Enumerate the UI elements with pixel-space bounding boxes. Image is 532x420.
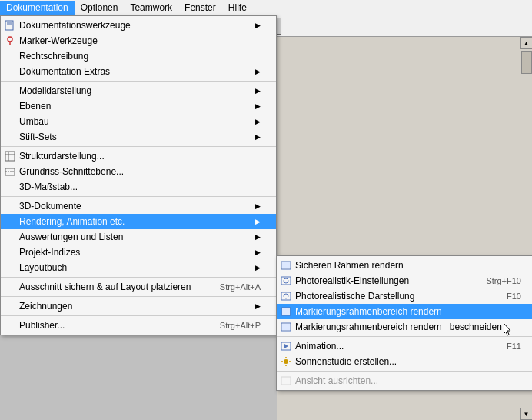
sun-icon: [280, 355, 292, 368]
anim-icon: [280, 340, 292, 352]
primary-separator-13: [1, 196, 276, 197]
menu-item-label: Modelldarstellung: [19, 85, 91, 96]
menu-item-shortcut: Strg+F10: [470, 276, 521, 285]
secondary-menu-item-3[interactable]: Markierungsrahmenbereich rendern: [277, 304, 532, 319]
menu-teamwork[interactable]: Teamwork: [124, 1, 178, 15]
menu-item-shortcut: F10: [491, 292, 521, 301]
menu-item-shortcut: Strg+Alt+P: [204, 321, 261, 330]
svg-rect-5: [5, 152, 15, 161]
primary-menu-item-8[interactable]: Stift-Sets▶: [1, 129, 276, 145]
grid-icon: [4, 150, 16, 162]
primary-menu-item-5[interactable]: Modelldarstellung▶: [1, 83, 276, 98]
menu-item-label: Rendering, Animation etc.: [19, 216, 125, 227]
svg-rect-11: [282, 262, 290, 268]
submenu-arrow-icon: ▶: [248, 133, 261, 141]
submenu-arrow-icon: ▶: [248, 102, 261, 110]
menu-item-label: Projekt-Indizes: [19, 247, 80, 258]
svg-rect-19: [282, 324, 290, 330]
primary-menu-item-18[interactable]: Layoutbuch▶: [1, 260, 276, 275]
menu-optionen[interactable]: Optionen: [75, 1, 125, 15]
primary-separator-19: [1, 277, 276, 278]
menu-item-label: Umbau: [19, 116, 49, 127]
doc-icon: [4, 19, 16, 32]
menu-item-label: Dokumentation Extras: [19, 66, 110, 77]
primary-menu-item-24[interactable]: Publisher...Strg+Alt+P: [1, 318, 276, 333]
primary-separator-21: [1, 296, 276, 297]
scroll-thumb[interactable]: [521, 51, 532, 74]
primary-menu-item-0[interactable]: Dokumentationswerkzeuge▶: [1, 18, 276, 33]
primary-menu-item-11[interactable]: Grundriss-Schnittebene...: [1, 164, 276, 179]
menu-hilfe[interactable]: Hilfe: [222, 1, 253, 15]
primary-separator-4: [1, 81, 276, 82]
secondary-dropdown: Sicheren Rahmen rendernPhotorealistik-Ei…: [276, 255, 532, 391]
secondary-menu-item-4[interactable]: Markierungsrahmenbereich rendern _beschn…: [277, 319, 532, 335]
submenu-arrow-icon: ▶: [248, 202, 261, 210]
menu-bar: Dokumentation Optionen Teamwork Fenster …: [0, 0, 532, 15]
menu-item-label: Photorealistik-Einstellungen: [295, 275, 409, 286]
submenu-arrow-icon: ▶: [248, 248, 261, 256]
menu-item-label: Marker-Werkzeuge: [19, 35, 98, 46]
primary-separator-9: [1, 146, 276, 147]
svg-point-13: [284, 278, 288, 283]
primary-menu-item-1[interactable]: Marker-Werkzeuge: [1, 33, 276, 48]
scroll-down[interactable]: ▼: [520, 408, 533, 420]
menu-fenster[interactable]: Fenster: [178, 1, 222, 15]
primary-menu-item-22[interactable]: Zeichnungen▶: [1, 298, 276, 314]
secondary-menu-item-2[interactable]: Photorealistische DarstellungF10: [277, 288, 532, 304]
disabled-icon: [280, 375, 292, 387]
primary-dropdown: Dokumentationswerkzeuge▶Marker-Werkzeuge…: [0, 15, 277, 335]
secondary-menu-item-1[interactable]: Photorealistik-EinstellungenStrg+F10: [277, 273, 532, 288]
submenu-arrow-icon: ▶: [248, 264, 261, 272]
menu-item-label: Markierungsrahmenbereich rendern: [295, 306, 442, 317]
primary-menu-item-3[interactable]: Dokumentation Extras▶: [1, 64, 276, 79]
primary-menu-item-14[interactable]: 3D-Dokumente▶: [1, 198, 276, 214]
submenu-arrow-icon: ▶: [248, 87, 261, 95]
primary-menu-item-6[interactable]: Ebenen▶: [1, 98, 276, 114]
svg-rect-0: [5, 21, 13, 30]
menu-item-label: Animation...: [295, 341, 344, 352]
menu-item-label: Sicheren Rahmen rendern: [295, 260, 404, 271]
svg-rect-27: [281, 377, 291, 385]
menu-item-label: Auswertungen und Listen: [19, 232, 123, 242]
primary-menu-item-20[interactable]: Ausschnitt sichern & auf Layout platzier…: [1, 279, 276, 295]
menu-item-label: Stift-Sets: [19, 132, 57, 142]
submenu-arrow-icon: ▶: [248, 22, 261, 29]
menu-dokumentation[interactable]: Dokumentation: [0, 1, 75, 15]
menu-item-label: Dokumentationswerkzeuge: [19, 20, 131, 31]
photo-icon: [280, 290, 292, 302]
primary-menu-item-10[interactable]: Strukturdarstellung...: [1, 148, 276, 164]
menu-item-label: Rechtschreibung: [19, 51, 88, 62]
secondary-menu-item-0[interactable]: Sicheren Rahmen rendern: [277, 258, 532, 273]
primary-menu-item-2[interactable]: Rechtschreibung: [1, 48, 276, 64]
secondary-menu-item-7[interactable]: Sonnenstudie erstellen...: [277, 354, 532, 369]
render-icon: [280, 305, 292, 318]
menu-item-label: Ansicht ausrichten...: [295, 375, 378, 386]
svg-point-15: [284, 294, 288, 298]
marker-icon: [4, 35, 16, 47]
submenu-arrow-icon: ▶: [248, 302, 261, 310]
menu-item-shortcut: F11: [491, 342, 521, 351]
menu-item-label: Grundriss-Schnittebene...: [19, 166, 124, 177]
menu-item-label: 3D-Maßstab...: [19, 182, 78, 192]
secondary-menu-item-6[interactable]: Animation...F11: [277, 338, 532, 354]
primary-menu-item-16[interactable]: Auswertungen und Listen▶: [1, 229, 276, 245]
primary-menu-item-17[interactable]: Projekt-Indizes▶: [1, 245, 276, 260]
render-icon: [280, 321, 292, 333]
menu-item-shortcut: Strg+Alt+A: [204, 282, 261, 292]
grid2-icon: [4, 165, 16, 178]
submenu-arrow-icon: ▶: [248, 218, 261, 225]
primary-menu-item-7[interactable]: Umbau▶: [1, 114, 276, 129]
scroll-up[interactable]: ▲: [520, 37, 533, 49]
menu-item-label: Zeichnungen: [19, 301, 72, 312]
primary-menu-item-12[interactable]: 3D-Maßstab...: [1, 179, 276, 195]
secondary-menu-item-9: Ansicht ausrichten...: [277, 373, 532, 388]
menu-item-label: Photorealistische Darstellung: [295, 291, 414, 302]
submenu-arrow-icon: ▶: [248, 233, 261, 241]
submenu-arrow-icon: ▶: [248, 68, 261, 75]
menu-item-label: Strukturdarstellung...: [19, 151, 105, 162]
menu-item-label: Ausschnitt sichern & auf Layout platzier…: [19, 282, 191, 292]
svg-rect-17: [282, 308, 290, 315]
svg-point-22: [284, 359, 288, 364]
menu-item-label: Publisher...: [19, 320, 65, 331]
primary-menu-item-15[interactable]: Rendering, Animation etc.▶: [1, 214, 276, 229]
